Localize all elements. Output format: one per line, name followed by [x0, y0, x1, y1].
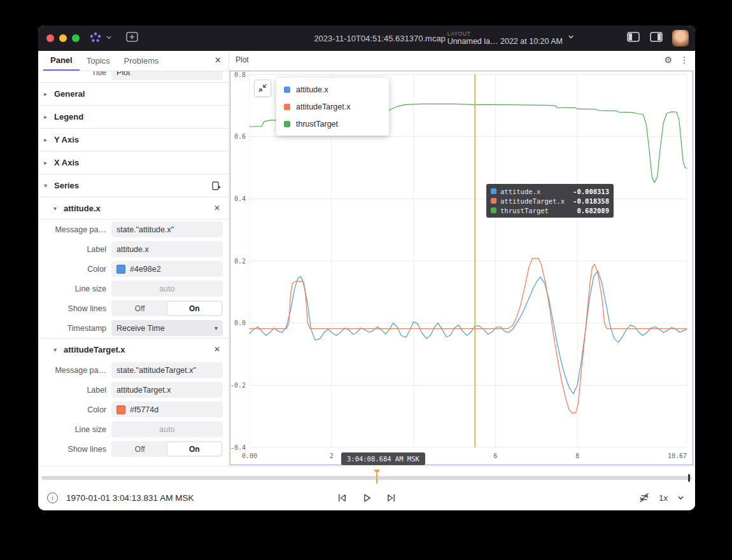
remove-series-icon[interactable]: ✕: [214, 345, 220, 354]
legend-item[interactable]: attitudeTarget.x: [276, 98, 389, 115]
seek-backward-button[interactable]: [336, 492, 348, 504]
chevron-right-icon: ▸: [44, 90, 50, 97]
tab-problems[interactable]: Problems: [117, 51, 166, 71]
chevron-right-icon: ▸: [44, 159, 50, 166]
section-general[interactable]: ▸ General: [38, 83, 229, 106]
field-label: Line size: [38, 425, 111, 434]
playhead-marker[interactable]: [376, 473, 377, 484]
add-series-icon[interactable]: [211, 181, 221, 191]
plot-panel-header[interactable]: Plot ⚙ ⋮: [229, 51, 695, 69]
show-lines-off[interactable]: Off: [113, 302, 167, 315]
panel-title: Plot: [236, 55, 249, 64]
color-swatch[interactable]: [116, 405, 125, 414]
tooltip-row: thrustTarget 0.682089: [491, 206, 609, 215]
app-logo-icon[interactable]: [90, 32, 101, 45]
tab-panel[interactable]: Panel: [43, 51, 80, 71]
right-sidebar-toggle-icon[interactable]: [649, 31, 663, 45]
left-sidebar-toggle-icon[interactable]: [626, 31, 640, 45]
field-label: Message pa…: [38, 225, 111, 234]
layout-label: LAYOUT: [447, 31, 471, 37]
chevron-down-icon: ▾: [44, 182, 50, 189]
legend-item[interactable]: thrustTarget: [276, 115, 389, 132]
minimize-window-button[interactable]: [59, 34, 67, 42]
playback-speed[interactable]: 1x: [659, 493, 668, 503]
field-label: Line size: [38, 284, 111, 293]
legend-item[interactable]: attitude.x: [276, 81, 389, 98]
app-window: 2023-11-10T04:51:45.631370.mcap LAYOUT U…: [38, 25, 695, 510]
svg-text:0.6: 0.6: [234, 133, 246, 140]
section-x-axis[interactable]: ▸ X Axis: [38, 151, 229, 174]
titlebar: 2023-11-10T04:51:45.631370.mcap LAYOUT U…: [38, 25, 695, 51]
seek-forward-button[interactable]: [386, 492, 398, 504]
section-series[interactable]: ▾ Series: [38, 174, 229, 197]
legend-label: attitude.x: [296, 85, 328, 94]
new-window-icon[interactable]: [125, 31, 139, 45]
series-editor-attitudeTarget-x[interactable]: ▾ attitudeTarget.x ✕: [38, 338, 229, 360]
layout-name: Unnamed la… 2022 at 10:20 AM: [447, 37, 563, 46]
section-legend[interactable]: ▸ Legend: [38, 106, 229, 129]
series-color-swatch: [491, 198, 496, 204]
tooltip-row: attitude.x -0.008313: [491, 186, 609, 196]
svg-text:0.0: 0.0: [234, 319, 246, 326]
chevron-down-icon: ▾: [215, 325, 218, 332]
info-icon[interactable]: i: [47, 493, 58, 503]
color-swatch[interactable]: [116, 265, 125, 274]
panel-settings-sidebar: Panel Topics Problems ✕ Title Plot ▸ Gen…: [38, 51, 229, 466]
data-source-title[interactable]: 2023-11-10T04:51:45.631370.mcap: [314, 34, 445, 43]
panel-settings-gear-icon[interactable]: ⚙: [664, 55, 672, 65]
label-input[interactable]: attitudeTarget.x: [111, 382, 223, 398]
field-label: Label: [38, 386, 111, 395]
section-y-axis[interactable]: ▸ Y Axis: [38, 129, 229, 151]
close-window-button[interactable]: [46, 34, 54, 42]
message-path-input[interactable]: state."attitude.x": [111, 221, 223, 237]
chevron-right-icon: ▸: [44, 136, 50, 143]
title-input[interactable]: Plot: [111, 71, 223, 80]
panel-menu-kebab-icon[interactable]: ⋮: [680, 55, 689, 65]
field-label: Show lines: [38, 445, 111, 454]
chevron-right-icon: ▸: [44, 113, 50, 120]
plot-canvas[interactable]: 0.80.60.40.20.0-0.2-0.40.00246810.67 att…: [229, 69, 695, 466]
color-input[interactable]: #4e98e2: [111, 261, 223, 277]
timestamp-select[interactable]: Receive Time ▾: [111, 320, 223, 336]
close-sidebar-icon[interactable]: ✕: [215, 55, 222, 65]
chevron-down-icon[interactable]: [105, 32, 113, 44]
user-avatar[interactable]: [672, 30, 689, 46]
color-hex: #4e98e2: [130, 265, 161, 274]
field-label: Title: [38, 71, 111, 77]
loop-off-icon[interactable]: [638, 492, 650, 503]
show-lines-on[interactable]: On: [167, 302, 222, 315]
field-label: Message pa…: [38, 366, 111, 375]
playback-bar: i 1970-01-01 3:04:13.831 AM MSK 1x: [38, 466, 695, 510]
title-field-row-cropped: Title Plot: [38, 71, 229, 83]
maximize-window-button[interactable]: [72, 34, 80, 42]
field-label: Show lines: [38, 304, 111, 313]
color-hex: #f5774d: [130, 405, 158, 414]
chart-hover-tooltip: attitude.x -0.008313 attitudeTarget.x -0…: [486, 184, 614, 218]
tooltip-row: attitudeTarget.x -0.018358: [491, 196, 609, 206]
show-lines-toggle: Off On: [111, 300, 223, 316]
line-size-input[interactable]: auto: [111, 421, 223, 437]
tab-topics[interactable]: Topics: [80, 51, 117, 71]
svg-text:2: 2: [330, 452, 334, 459]
layout-selector[interactable]: LAYOUT Unnamed la… 2022 at 10:20 AM: [447, 31, 575, 46]
show-lines-toggle: Off On: [111, 441, 223, 457]
show-lines-off[interactable]: Off: [113, 442, 167, 456]
label-input[interactable]: attitude.x: [111, 241, 223, 257]
series-color-swatch: [284, 87, 290, 93]
chevron-down-icon: [567, 32, 575, 44]
svg-text:8: 8: [575, 452, 579, 459]
legend-popover: attitude.x attitudeTarget.x thrustTarget: [276, 78, 389, 136]
line-size-input[interactable]: auto: [111, 281, 223, 297]
color-input[interactable]: #f5774d: [111, 402, 223, 417]
message-path-input[interactable]: state."attitudeTarget.x": [111, 362, 223, 378]
play-button[interactable]: [361, 492, 373, 504]
remove-series-icon[interactable]: ✕: [214, 204, 220, 213]
series-editor-attitude-x[interactable]: ▾ attitude.x ✕: [38, 197, 229, 220]
series-color-swatch: [491, 207, 496, 213]
show-lines-on[interactable]: On: [167, 442, 222, 456]
chevron-down-icon[interactable]: [677, 494, 685, 502]
svg-text:10.67: 10.67: [668, 452, 687, 459]
chevron-down-icon: ▾: [53, 346, 60, 353]
timeline-scrubber[interactable]: [41, 476, 692, 480]
collapse-legend-button[interactable]: [254, 80, 271, 97]
